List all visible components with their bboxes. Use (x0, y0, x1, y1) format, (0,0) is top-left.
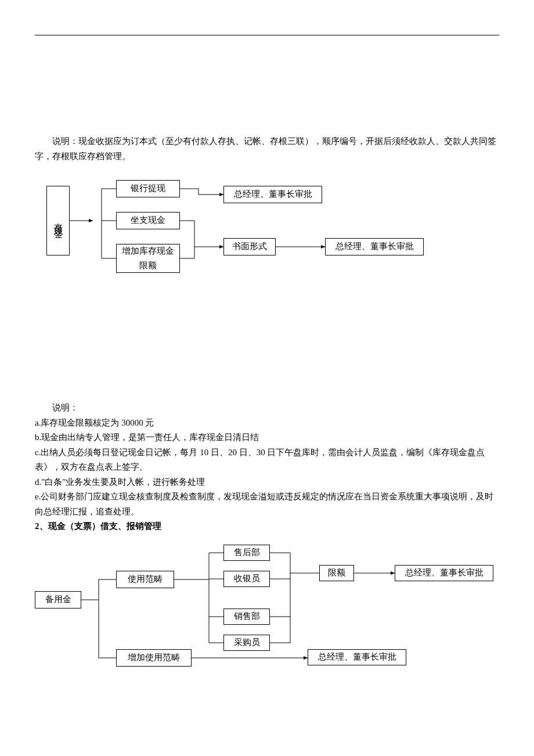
note-b: b.现金由出纳专人管理，是第一责任人，库存现金日清日结 (35, 430, 499, 445)
d1-approve1: 总经理、董事长审批 (223, 186, 322, 203)
header-rule (35, 35, 499, 35)
d2-root: 备用金 (35, 591, 81, 609)
notes-title: 说明： (35, 401, 499, 416)
d1-cash: 坐支现金 (116, 212, 180, 229)
d2-scope: 使用范畴 (116, 571, 174, 588)
diagram-cash-payment: 支付现金 银行提现 坐支现金 增加库存现金限额 总经理、董事长审批 书面形式 总… (35, 174, 499, 285)
d1-limit: 增加库存现金限额 (116, 244, 180, 273)
d1-written: 书面形式 (223, 238, 276, 255)
d2-p2: 收银员 (223, 571, 270, 587)
intro-paragraph: 说明：现金收据应为订本式（至少有付款人存执、记帐、存根三联），顺序编号，开据后须… (35, 134, 499, 164)
diagram-reserve-fund: 备用金 使用范畴 增加使用范畴 售后部 收银员 销售部 采购员 限额 总经理、董… (35, 545, 499, 675)
section-2-title: 2、现金（支票）借支、报销管理 (35, 519, 499, 534)
note-e: e.公司财务部门应建立现金核查制度及检查制度，发现现金溢短或违反规定的情况应在当… (35, 489, 499, 519)
d2-scope-add: 增加使用范畴 (116, 649, 192, 667)
d2-p1: 售后部 (223, 545, 270, 561)
note-c: c.出纳人员必须每日登记现金日记帐，每月 10 日、20 日、30 日下午盘库时… (35, 445, 499, 475)
d2-p3: 销售部 (223, 609, 270, 625)
d2-limit: 限额 (319, 565, 354, 581)
note-a: a.库存现金限额核定为 30000 元 (35, 416, 499, 431)
d2-appr2: 总经理、董事长审批 (308, 649, 406, 665)
d2-p4: 采购员 (223, 635, 270, 651)
note-d: d."白条"业务发生要及时入帐，进行帐务处理 (35, 475, 499, 490)
d1-approve2: 总经理、董事长审批 (325, 238, 424, 255)
d1-root: 支付现金 (46, 186, 70, 255)
d1-bank: 银行提现 (116, 180, 180, 197)
d2-appr1: 总经理、董事长审批 (395, 565, 493, 581)
